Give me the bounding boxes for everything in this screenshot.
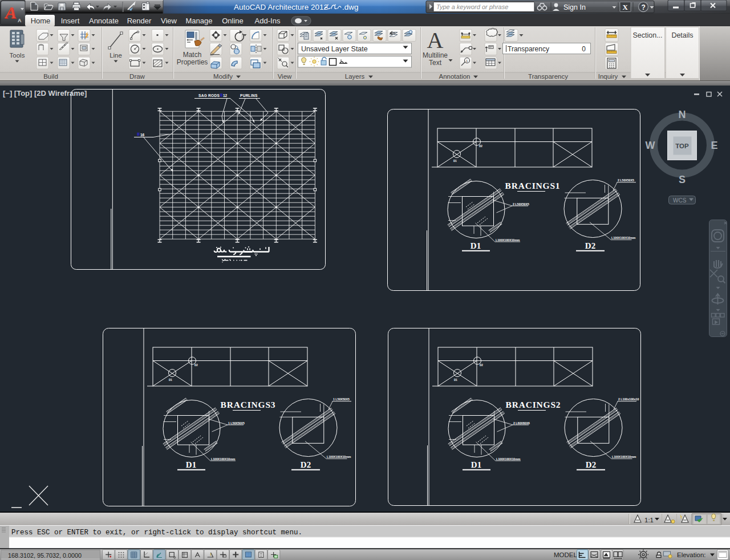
svg-text:Annotation: Annotation [439, 73, 471, 80]
svg-text:L100X100X10mm: L100X100X10mm [612, 455, 636, 458]
svg-text:A: A [4, 3, 17, 22]
svg-text:N: N [679, 109, 686, 120]
svg-text:2 L100x100x10: 2 L100x100x10 [618, 397, 639, 401]
svg-text:D1: D1 [186, 460, 196, 469]
svg-text:A: A [18, 18, 22, 23]
svg-text:Match: Match [183, 51, 202, 59]
svg-text:Insert: Insert [61, 17, 80, 25]
svg-text:Multiline: Multiline [423, 51, 448, 59]
svg-text:D2: D2 [480, 364, 483, 367]
svg-text:Manage: Manage [186, 17, 213, 25]
svg-text:Text: Text [429, 59, 442, 67]
svg-text:Line: Line [110, 52, 122, 59]
svg-text:AutoCAD Architecture 2012: AutoCAD Architecture 2012 [234, 3, 328, 11]
svg-text:Unsaved Layer State: Unsaved Layer State [301, 45, 368, 53]
svg-text:D1: D1 [471, 460, 481, 469]
svg-text:L100X100X10mm: L100X100X10mm [496, 457, 521, 461]
svg-text:1 L50X50X5: 1 L50X50X5 [333, 397, 350, 401]
svg-text:.dwg: .dwg [342, 3, 359, 11]
svg-text:2 L50X50X5: 2 L50X50X5 [513, 202, 529, 206]
svg-text:Transparency: Transparency [508, 45, 549, 53]
svg-text:1 L50X50X5: 1 L50X50X5 [228, 421, 245, 425]
svg-text:Annotate: Annotate [89, 17, 119, 25]
svg-text:12: 12 [223, 94, 228, 98]
svg-text:Transparency: Transparency [528, 73, 568, 80]
svg-text:Sign In: Sign In [563, 3, 586, 11]
svg-text:Draw: Draw [129, 73, 145, 80]
svg-text:Layers: Layers [345, 73, 365, 80]
svg-text:D2: D2 [585, 241, 595, 250]
svg-text:Modify: Modify [213, 73, 233, 80]
svg-text:?: ? [642, 3, 646, 11]
svg-text:TOP: TOP [675, 143, 689, 149]
svg-text:Inquiry: Inquiry [598, 73, 618, 80]
svg-text:[−] [Top] [2D Wireframe]: [−] [Top] [2D Wireframe] [3, 89, 87, 98]
svg-text:Elevation:: Elevation: [677, 551, 706, 558]
svg-text:0: 0 [582, 45, 586, 53]
svg-text:Type a keyword or phrase: Type a keyword or phrase [436, 3, 508, 10]
svg-text:Press ESC or ENTER to exit, or: Press ESC or ENTER to exit, or right-cli… [11, 529, 302, 537]
svg-text:D2: D2 [301, 460, 311, 469]
svg-text:BRACINGS1: BRACINGS1 [505, 181, 561, 190]
svg-text:Tools: Tools [10, 52, 25, 59]
svg-text:Section...: Section... [632, 31, 662, 39]
svg-text:Properties: Properties [177, 58, 208, 66]
svg-text:Home: Home [31, 17, 51, 25]
svg-text:View: View [161, 17, 177, 25]
svg-text:View: View [278, 73, 292, 80]
svg-text:L100X100X10mm: L100X100X10mm [496, 238, 520, 242]
svg-text:PURLINS: PURLINS [240, 94, 258, 98]
svg-text:D2: D2 [194, 364, 198, 367]
svg-text:MODEL: MODEL [554, 551, 578, 558]
svg-text:S: S [679, 174, 686, 185]
svg-text:Details: Details [671, 31, 693, 39]
svg-text:Add-Ins: Add-Ins [255, 17, 281, 25]
svg-text:2 L60X60X6: 2 L60X60X6 [513, 421, 530, 425]
svg-text:X: X [623, 3, 628, 11]
svg-text:L100X100X10mm: L100X100X10mm [611, 236, 636, 240]
svg-text:D1: D1 [471, 241, 481, 250]
svg-text:2 L50X50X5: 2 L50X50X5 [618, 178, 634, 182]
svg-text:168.3102, 95.7032, 0.0000: 168.3102, 95.7032, 0.0000 [8, 552, 82, 559]
svg-text:Online: Online [222, 17, 244, 25]
svg-text:WCS: WCS [673, 197, 687, 204]
svg-text:W: W [646, 140, 655, 151]
svg-text:L100X100X10mm: L100X100X10mm [211, 457, 236, 461]
svg-text:BRACINGS2: BRACINGS2 [506, 400, 561, 409]
svg-text:16: 16 [140, 133, 145, 137]
svg-text:A: A [427, 27, 444, 53]
svg-text:BRACINGS3: BRACINGS3 [221, 400, 276, 409]
svg-text:D1: D1 [169, 379, 172, 382]
svg-text:Render: Render [127, 17, 152, 25]
svg-text:D1: D1 [453, 160, 457, 163]
svg-text:D2: D2 [586, 460, 596, 469]
svg-text:SAG RODS: SAG RODS [198, 94, 220, 98]
svg-text:E: E [711, 140, 717, 151]
svg-text:L100X100X10mm: L100X100X10mm [327, 455, 351, 458]
svg-text:D1: D1 [454, 379, 457, 382]
svg-text:Build: Build [43, 73, 58, 80]
svg-text:D2: D2 [479, 145, 482, 148]
svg-text:1:1: 1:1 [644, 517, 654, 524]
